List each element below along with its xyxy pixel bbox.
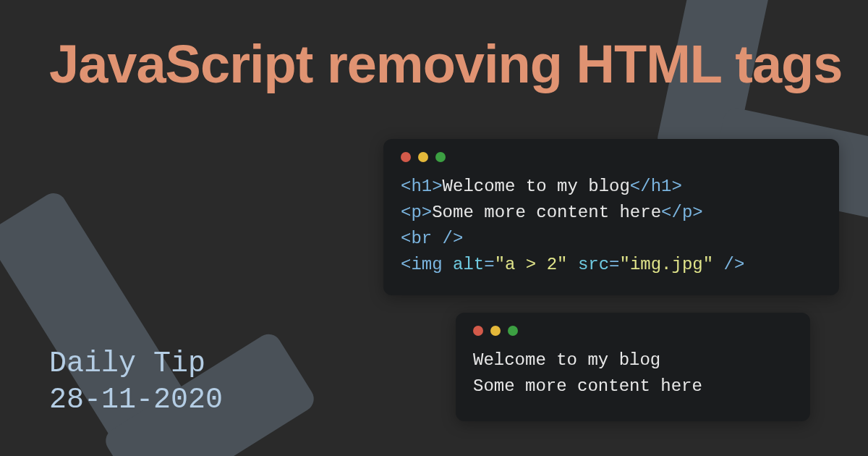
subtitle-label: Daily Tip <box>49 346 223 382</box>
code-output-content: Welcome to my blog Some more content her… <box>473 347 793 400</box>
maximize-icon <box>435 152 446 162</box>
traffic-lights <box>401 152 822 162</box>
subtitle-date: 28-11-2020 <box>49 382 223 418</box>
maximize-icon <box>508 326 518 336</box>
close-icon <box>473 326 483 336</box>
code-input-content: <h1>Welcome to my blog</h1> <p>Some more… <box>401 174 822 278</box>
subtitle: Daily Tip 28-11-2020 <box>49 346 223 418</box>
code-window-output: Welcome to my blog Some more content her… <box>456 313 810 421</box>
code-window-input: <h1>Welcome to my blog</h1> <p>Some more… <box>383 139 839 295</box>
minimize-icon <box>490 326 501 336</box>
close-icon <box>401 152 411 162</box>
minimize-icon <box>418 152 428 162</box>
page-title: JavaScript removing HTML tags <box>49 35 842 93</box>
traffic-lights <box>473 326 793 336</box>
